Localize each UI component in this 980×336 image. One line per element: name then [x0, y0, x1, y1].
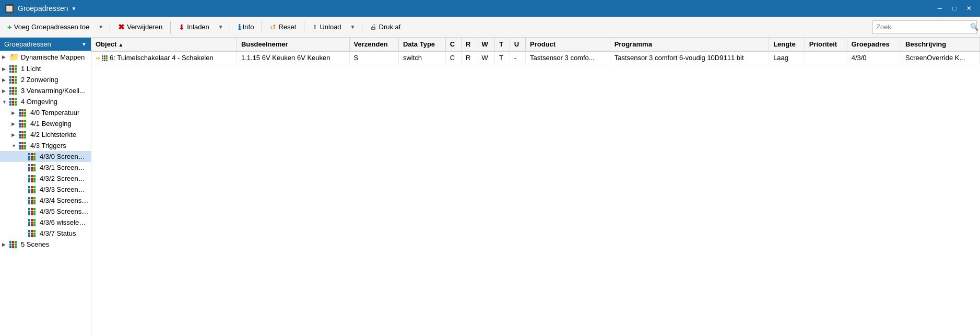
cell-busdeelnemer: 1.1.15 6V Keuken 6V Keuken: [237, 51, 349, 64]
sidebar-item-4-1-beweging[interactable]: ▶4/1 Beweging: [0, 118, 91, 129]
unload-label: Unload: [320, 23, 341, 31]
grid-icon-container: [28, 197, 38, 204]
tree-label: 3 Verwarming/Koeli...: [21, 87, 85, 95]
unload-button[interactable]: ⬆ Unload: [308, 21, 345, 33]
title-dropdown-arrow[interactable]: ▼: [72, 6, 77, 11]
info-button[interactable]: ℹ Info: [234, 21, 258, 33]
grid-icon: [19, 142, 26, 149]
grid-icon-container: [9, 76, 19, 84]
load-button[interactable]: ⬇ Inladen: [174, 21, 214, 33]
col-groepadres[interactable]: Groepadres: [847, 38, 901, 51]
col-c[interactable]: C: [445, 38, 461, 51]
sep4: [262, 21, 262, 33]
col-object[interactable]: Object▲: [91, 38, 237, 51]
sidebar-item-4-0-temperatuur[interactable]: ▶4/0 Temperatuur: [0, 107, 91, 118]
add-dropdown-arrow[interactable]: ▼: [96, 22, 106, 32]
grid-icon-container: [9, 241, 19, 248]
sidebar-item-3-verwarming[interactable]: ▶3 Verwarming/Koeli...: [0, 85, 91, 96]
tree-arrow: ▼: [11, 143, 19, 148]
col-busdeelnemer[interactable]: Busdeelnemer: [237, 38, 349, 51]
tree-label: 1 Licht: [21, 65, 41, 73]
col-w[interactable]: W: [477, 38, 495, 51]
sidebar-item-4-3-7[interactable]: 4/3/7 Status: [0, 228, 91, 239]
sidebar-header[interactable]: Groepadressen ▼: [0, 38, 91, 51]
search-icon[interactable]: 🔍: [967, 23, 980, 31]
delete-button[interactable]: ✖ Verwijderen: [114, 20, 167, 34]
sidebar-item-1-licht[interactable]: ▶1 Licht: [0, 63, 91, 74]
grid-icon: [9, 87, 17, 95]
search-box[interactable]: 🔍: [872, 20, 977, 34]
sidebar-item-dynamische-mappen[interactable]: ▶📁Dynamische Mappen: [0, 51, 91, 63]
load-dropdown-arrow[interactable]: ▼: [216, 22, 226, 32]
search-input[interactable]: [873, 22, 967, 32]
sidebar-item-4-3-6[interactable]: 4/3/6 wisselende: [0, 217, 91, 228]
grid-icon: [19, 109, 26, 117]
info-label: Info: [243, 23, 254, 31]
col-datatype[interactable]: Data Type: [398, 38, 445, 51]
title-bar: 🔲 Groepadressen ▼ ─ □ ✕: [0, 0, 980, 17]
grid-icon-container: [28, 230, 38, 237]
unload-dropdown-arrow[interactable]: ▼: [348, 22, 358, 32]
add-button[interactable]: + Voeg Groepadressen toe: [3, 20, 93, 33]
print-button[interactable]: 🖨 Druk af: [366, 21, 405, 33]
tree-label: 2 Zonwering: [21, 76, 58, 84]
sidebar-item-4-omgeving[interactable]: ▼4 Omgeving: [0, 96, 91, 107]
col-product[interactable]: Product: [526, 38, 610, 51]
tree-arrow: ▶: [2, 88, 9, 94]
col-programma[interactable]: Programma: [610, 38, 769, 51]
table-header: Object▲BusdeelnemerVerzendenData TypeCRW…: [91, 38, 980, 51]
col-lengte[interactable]: Lengte: [769, 38, 805, 51]
col-u[interactable]: U: [510, 38, 525, 51]
minimize-button[interactable]: ─: [933, 3, 947, 14]
title-bar-title: Groepadressen: [18, 4, 68, 13]
tree-label: 4/0 Temperatuur: [30, 109, 79, 117]
tree-label: 4/3/4 ScreensAuto: [40, 196, 89, 204]
tree-label: 4/3/3 ScreenOve...: [40, 186, 89, 193]
col-verzenden[interactable]: Verzenden: [349, 38, 398, 51]
cell-programma: Tastsensor 3 comfort 6-voudig 10D9111 bi…: [610, 51, 769, 64]
sidebar-item-4-3-3[interactable]: 4/3/3 ScreenOve...: [0, 184, 91, 195]
tree-arrow: ▶: [2, 66, 9, 72]
sidebar-dropdown-arrow[interactable]: ▼: [81, 41, 87, 47]
reset-icon: ↺: [270, 23, 276, 31]
table-row[interactable]: ➡6: Tuimelschakelaar 4 - Schakelen1.1.15…: [91, 51, 980, 64]
grid-icon-container: [19, 142, 28, 149]
tree-arrow: ▶: [11, 121, 19, 126]
close-button[interactable]: ✕: [962, 3, 976, 14]
sidebar-item-4-3-4[interactable]: 4/3/4 ScreensAuto: [0, 195, 91, 206]
cell-r: R: [462, 51, 477, 64]
sidebar-item-4-3-1[interactable]: 4/3/1 ScreenOve...: [0, 162, 91, 173]
grid-icon: [28, 164, 36, 171]
tree-label: 4/1 Beweging: [30, 120, 72, 128]
sidebar-item-4-3-0[interactable]: 4/3/0 ScreenOve...: [0, 151, 91, 162]
sidebar-item-4-2-lichtsterkte[interactable]: ▶4/2 Lichtsterkte: [0, 129, 91, 140]
grid-icon: [19, 120, 26, 128]
grid-icon: [28, 208, 36, 215]
tree-label: 4/3/1 ScreenOve...: [40, 164, 89, 171]
grid-icon-container: [19, 120, 28, 128]
tree-label: 4/3/5 ScreensAu...: [40, 207, 89, 215]
sidebar-item-2-zonwering[interactable]: ▶2 Zonwering: [0, 74, 91, 85]
sidebar-item-4-3-triggers[interactable]: ▼4/3 Triggers: [0, 140, 91, 151]
col-prioriteit[interactable]: Prioriteit: [805, 38, 847, 51]
reset-button[interactable]: ↺ Reset: [266, 21, 300, 33]
table-header-row: Object▲BusdeelnemerVerzendenData TypeCRW…: [91, 38, 980, 51]
x-icon: ✖: [118, 22, 125, 32]
sidebar-item-4-3-5[interactable]: 4/3/5 ScreensAu...: [0, 206, 91, 217]
maximize-button[interactable]: □: [948, 3, 961, 14]
sep6: [362, 21, 362, 33]
sidebar-title: Groepadressen: [4, 40, 51, 48]
cell-object: ➡6: Tuimelschakelaar 4 - Schakelen: [91, 51, 237, 64]
col-beschrijving[interactable]: Beschrijving: [901, 38, 980, 51]
col-t[interactable]: T: [495, 38, 510, 51]
sidebar-item-4-3-2[interactable]: 4/3/2 ScreenOve...: [0, 173, 91, 184]
title-bar-left: 🔲 Groepadressen ▼: [4, 4, 76, 14]
cell-beschrijving: ScreenOverride K...: [901, 51, 980, 64]
grid-icon: [28, 175, 36, 182]
sidebar-item-5-scenes[interactable]: ▶5 Scenes: [0, 239, 91, 250]
sidebar: Groepadressen ▼ ▶📁Dynamische Mappen▶1 Li…: [0, 38, 91, 336]
col-r[interactable]: R: [462, 38, 477, 51]
tree-label: Dynamische Mappen: [21, 53, 85, 61]
table-body: ➡6: Tuimelschakelaar 4 - Schakelen1.1.15…: [91, 51, 980, 64]
grid-icon-container: [19, 109, 28, 117]
